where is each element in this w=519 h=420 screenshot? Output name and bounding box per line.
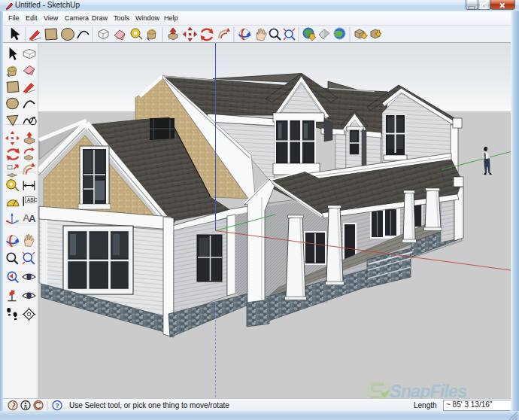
svg-text:SnapFiles: SnapFiles <box>390 382 467 398</box>
svg-text:ABC: ABC <box>27 197 38 202</box>
svg-text:?: ? <box>55 402 59 409</box>
svg-text:A: A <box>29 213 36 224</box>
